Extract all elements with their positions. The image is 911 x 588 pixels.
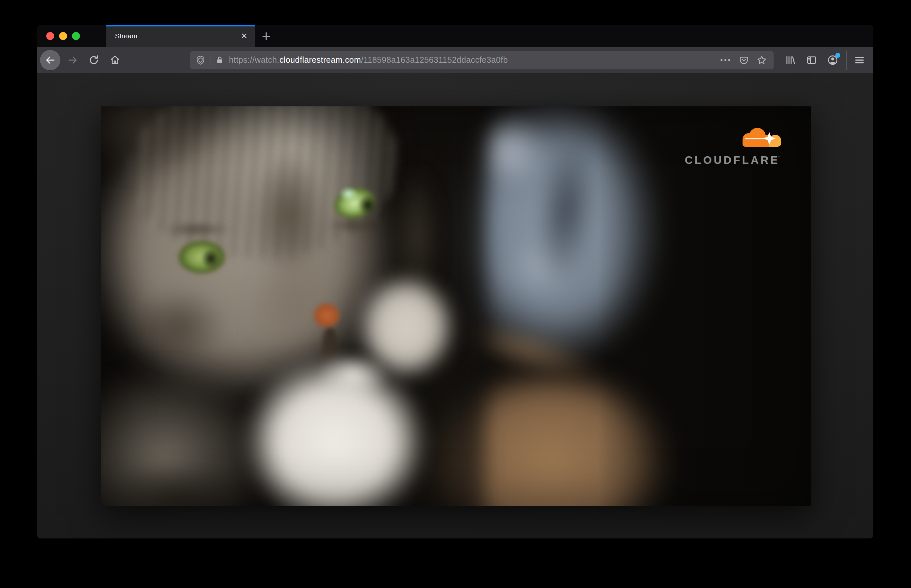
sidebar-icon [806,55,817,66]
forward-button[interactable] [63,51,82,69]
menu-button[interactable] [851,51,868,69]
library-icon [785,55,796,66]
url-bar[interactable]: https://watch.cloudflarestream.com/11859… [190,51,774,69]
toolbar-separator [846,50,846,70]
tracking-shield-icon[interactable] [195,55,205,65]
page-actions-button[interactable]: ••• [719,53,733,67]
window-close-button[interactable] [46,32,54,40]
refresh-icon [88,55,99,66]
sidebar-button[interactable] [803,51,820,69]
refresh-button[interactable] [84,51,103,69]
window-minimize-button[interactable] [59,32,67,40]
traffic-lights [46,25,80,47]
account-button[interactable] [824,51,841,69]
url-path: /118598a163a125631152ddaccfe3a0fb [361,55,508,65]
url-scheme: https://watch. [229,55,279,65]
screen: Stream ✕ + https://watch.clo [0,0,911,588]
tab-bar: Stream ✕ + [37,25,873,47]
star-icon [756,55,767,65]
active-tab-indicator [107,25,255,26]
cat-nose [308,298,345,333]
cat-fur-blob [150,220,243,238]
tab-title: Stream [115,32,137,40]
library-button[interactable] [782,51,799,69]
cat-right-pupil [355,191,381,219]
page-content: CLOUDFLARE' [37,73,873,538]
bookmark-star-button[interactable] [755,53,768,67]
home-icon [109,55,121,66]
pocket-icon [738,55,749,65]
tab-close-button[interactable]: ✕ [238,30,250,42]
cloudflare-wordmark: CLOUDFLARE' [685,154,790,166]
tab-stream[interactable]: Stream ✕ [107,25,255,47]
toolbar-right-icons [777,50,868,70]
cloudflare-cloud-icon [736,126,787,149]
forward-arrow-icon [67,55,78,66]
hamburger-menu-icon [854,55,865,66]
cloudflare-logo: CLOUDFLARE' [685,126,790,166]
back-arrow-icon [45,55,56,66]
browser-window: Stream ✕ + https://watch.clo [37,25,873,538]
cloudflare-trademark: ' [778,155,782,161]
cloudflare-wordmark-text: CLOUDFLARE [685,154,780,166]
video-player[interactable]: CLOUDFLARE' [101,107,811,506]
back-button[interactable] [40,50,61,71]
cat-fur-blob [317,216,396,234]
lock-icon[interactable] [215,55,224,65]
cat-left-pupil [198,245,224,273]
new-tab-button[interactable]: + [257,27,276,45]
cat-chin-blob [307,346,399,406]
window-zoom-button[interactable] [72,32,80,40]
account-notification-dot [835,53,840,58]
url-divider [210,55,210,65]
url-domain: cloudflarestream.com [279,55,361,65]
url-text: https://watch.cloudflarestream.com/11859… [229,55,508,65]
home-button[interactable] [106,51,124,69]
pocket-button[interactable] [737,53,751,67]
navigation-toolbar: https://watch.cloudflarestream.com/11859… [37,47,873,73]
